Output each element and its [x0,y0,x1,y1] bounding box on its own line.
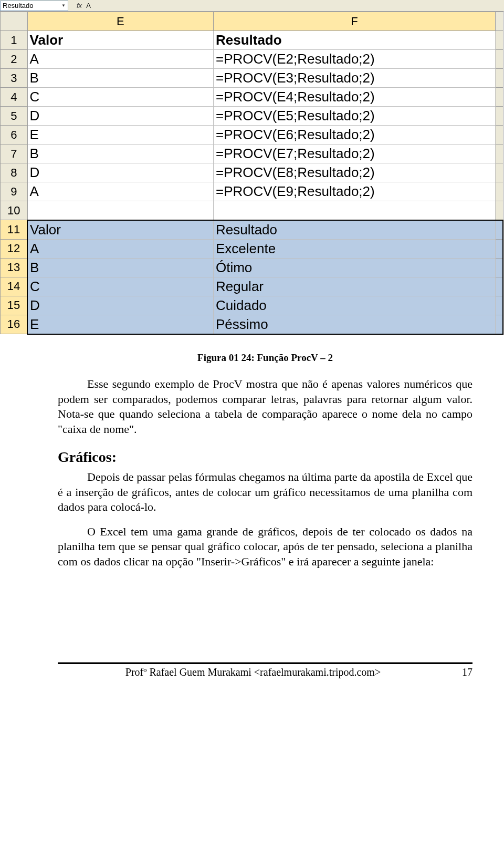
cell-e[interactable]: E [27,126,213,145]
cell-f[interactable]: =PROCV(E3;Resultado;2) [213,69,495,88]
row-header[interactable]: 11 [1,220,28,240]
row-header[interactable]: 5 [1,107,28,126]
cell-edge [495,50,503,69]
cell-e[interactable]: E [27,315,213,334]
table-row: 3B=PROCV(E3;Resultado;2) [1,69,503,88]
formula-bar[interactable]: fx A [68,2,504,9]
cell-f[interactable]: =PROCV(E7;Resultado;2) [213,145,495,163]
table-row: 4C=PROCV(E4;Resultado;2) [1,88,503,107]
cell-f[interactable]: =PROCV(E2;Resultado;2) [213,50,495,69]
cell-edge [495,145,503,163]
chevron-down-icon[interactable]: ▼ [61,3,66,8]
cell-e[interactable]: D [27,163,213,182]
select-all-corner[interactable] [1,12,28,31]
row-header[interactable]: 15 [1,296,28,315]
cell-edge [495,163,503,182]
namebox-row: Resultado ▼ fx A [0,0,504,12]
formula-bar-value: A [86,2,91,9]
cell-edge [495,88,503,107]
figure-caption: Figura 01 24: Função ProcV – 2 [58,352,472,365]
table-row: 10 [1,201,503,220]
paragraph-3: O Excel tem uma gama grande de gráficos,… [58,524,472,570]
cell-e[interactable]: B [27,258,213,277]
col-header-e[interactable]: E [27,12,213,31]
cell-edge [495,126,503,145]
cell-e[interactable]: D [27,296,213,315]
table-row: 1ValorResultado [1,31,503,50]
col-header-f[interactable]: F [213,12,495,31]
cell-edge [495,239,503,258]
table-row: 2A=PROCV(E2;Resultado;2) [1,50,503,69]
row-header[interactable]: 2 [1,50,28,69]
table-row: 14CRegular [1,277,503,296]
table-row: 12AExcelente [1,239,503,258]
table-row: 15DCuidado [1,296,503,315]
cell-f[interactable]: Cuidado [213,296,495,315]
name-box[interactable]: Resultado ▼ [0,1,68,11]
cell-e[interactable]: A [27,50,213,69]
row-header[interactable]: 14 [1,277,28,296]
row-header[interactable]: 6 [1,126,28,145]
spreadsheet-panel: Resultado ▼ fx A E F 1ValorResultado2A=P… [0,0,504,335]
cell-e[interactable]: B [27,69,213,88]
footer-author: Profº Rafael Guem Murakami <rafaelmuraka… [58,666,448,678]
cell-f[interactable]: Excelente [213,239,495,258]
cell-f[interactable]: =PROCV(E5;Resultado;2) [213,107,495,126]
cell-grid[interactable]: E F 1ValorResultado2A=PROCV(E2;Resultado… [0,12,504,335]
page-footer: Profº Rafael Guem Murakami <rafaelmuraka… [58,663,472,678]
cell-f[interactable]: =PROCV(E4;Resultado;2) [213,88,495,107]
row-header[interactable]: 9 [1,182,28,201]
cell-f[interactable]: Resultado [213,220,495,240]
cell-edge [495,69,503,88]
cell-edge [495,258,503,277]
cell-edge [495,182,503,201]
row-header[interactable]: 4 [1,88,28,107]
table-row: 9A=PROCV(E9;Resultado;2) [1,182,503,201]
row-header[interactable]: 12 [1,239,28,258]
cell-edge [495,201,503,220]
cell-edge [495,220,503,240]
cell-edge [495,31,503,50]
paragraph-1: Esse segundo exemplo de ProcV mostra que… [58,377,472,437]
table-row: 7B=PROCV(E7;Resultado;2) [1,145,503,163]
row-header[interactable]: 13 [1,258,28,277]
cell-edge [495,277,503,296]
row-header[interactable]: 1 [1,31,28,50]
document-body: Figura 01 24: Função ProcV – 2 Esse segu… [0,335,504,590]
table-row: 5D=PROCV(E5;Resultado;2) [1,107,503,126]
row-header[interactable]: 10 [1,201,28,220]
row-header[interactable]: 8 [1,163,28,182]
cell-e[interactable]: Valor [27,31,213,50]
table-row: 13BÓtimo [1,258,503,277]
cell-e[interactable]: C [27,88,213,107]
cell-edge [495,296,503,315]
fx-icon[interactable]: fx [77,2,82,9]
cell-e[interactable]: Valor [27,220,213,240]
row-header[interactable]: 3 [1,69,28,88]
cell-f[interactable]: Regular [213,277,495,296]
cell-edge [495,315,503,334]
row-header[interactable]: 16 [1,315,28,334]
paragraph-2: Depois de passar pelas fórmulas chegamos… [58,470,472,515]
table-row: 16EPéssimo [1,315,503,334]
row-header[interactable]: 7 [1,145,28,163]
table-row: 11ValorResultado [1,220,503,240]
name-box-value: Resultado [3,2,34,9]
cell-e[interactable] [27,201,213,220]
col-header-edge [495,12,503,31]
table-row: 6E=PROCV(E6;Resultado;2) [1,126,503,145]
table-row: 8D=PROCV(E8;Resultado;2) [1,163,503,182]
cell-e[interactable]: A [27,239,213,258]
cell-f[interactable]: Resultado [213,31,495,50]
cell-f[interactable]: =PROCV(E9;Resultado;2) [213,182,495,201]
cell-f[interactable] [213,201,495,220]
cell-f[interactable]: =PROCV(E6;Resultado;2) [213,126,495,145]
cell-f[interactable]: =PROCV(E8;Resultado;2) [213,163,495,182]
cell-e[interactable]: B [27,145,213,163]
footer-page-number: 17 [452,666,472,678]
cell-e[interactable]: A [27,182,213,201]
cell-e[interactable]: D [27,107,213,126]
cell-f[interactable]: Ótimo [213,258,495,277]
cell-f[interactable]: Péssimo [213,315,495,334]
cell-e[interactable]: C [27,277,213,296]
